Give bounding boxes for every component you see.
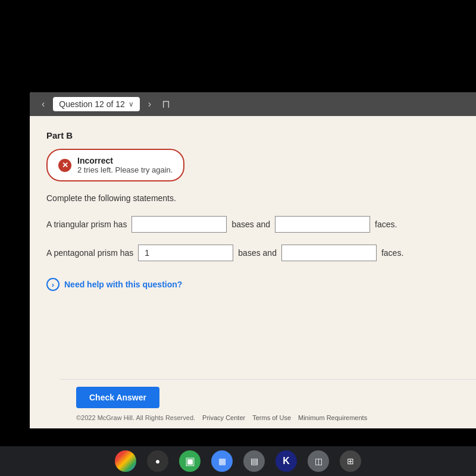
files-icon[interactable]: ▤: [243, 450, 265, 472]
back-arrow-button[interactable]: ‹: [38, 98, 48, 111]
k-app-icon[interactable]: K: [275, 450, 297, 472]
incorrect-banner: ✕ Incorrect 2 tries left. Please try aga…: [46, 149, 184, 181]
black-top-area: [0, 0, 476, 95]
help-row[interactable]: › Need help with this question?: [46, 278, 459, 291]
green-app-icon[interactable]: ▣: [179, 450, 201, 472]
statement-row-2: A pentagonal prism has bases and faces.: [46, 245, 459, 261]
triangular-faces-input[interactable]: [275, 216, 370, 233]
help-circle-icon: ›: [46, 278, 60, 291]
footer-links: ©2022 McGraw Hill. All Rights Reserved. …: [76, 414, 459, 421]
statement1-suffix: faces.: [375, 220, 397, 229]
screen: ‹ Question 12 of 12 ∨ › ⊓ Part B ✕ Incor…: [0, 0, 476, 476]
statement2-suffix: faces.: [381, 248, 403, 258]
main-content-area: ‹ Question 12 of 12 ∨ › ⊓ Part B ✕ Incor…: [30, 92, 476, 428]
statement1-mid: bases and: [231, 220, 270, 229]
forward-arrow-button[interactable]: ›: [145, 98, 155, 111]
copyright-text: ©2022 McGraw Hill. All Rights Reserved.: [76, 414, 195, 421]
question-label: Question 12 of 12: [59, 99, 125, 109]
pentagonal-faces-input[interactable]: [281, 245, 377, 261]
content-body: Part B ✕ Incorrect 2 tries left. Please …: [30, 116, 476, 305]
taskbar: ● ▣ ▦ ▤ K ◫ ⊞: [0, 446, 476, 476]
blue-app-icon[interactable]: ▦: [211, 450, 233, 472]
incorrect-subtitle: 2 tries left. Please try again.: [77, 165, 173, 174]
minimum-requirements-link[interactable]: Minimum Requirements: [298, 414, 367, 421]
statement2-prefix: A pentagonal prism has: [46, 248, 133, 258]
chrome-icon[interactable]: [115, 450, 136, 472]
statement2-mid: bases and: [238, 248, 277, 258]
nav-bar: ‹ Question 12 of 12 ∨ › ⊓: [30, 92, 476, 116]
calc-icon[interactable]: ◫: [308, 450, 329, 472]
bookmark-icon[interactable]: ⊓: [162, 98, 170, 111]
incorrect-title: Incorrect: [77, 156, 173, 165]
statement-row-1: A triangular prism has bases and faces.: [46, 216, 459, 233]
incorrect-icon: ✕: [58, 159, 71, 172]
part-label: Part B: [46, 130, 459, 140]
screen2-icon[interactable]: ⊞: [340, 450, 361, 472]
question-selector[interactable]: Question 12 of 12 ∨: [53, 97, 140, 111]
privacy-center-link[interactable]: Privacy Center: [202, 414, 245, 421]
triangular-bases-input[interactable]: [131, 216, 227, 233]
dark-app-icon[interactable]: ●: [147, 450, 168, 472]
pentagonal-bases-input[interactable]: [138, 245, 233, 261]
instruction-text: Complete the following statements.: [46, 193, 459, 203]
footer-bar: Check Answer ©2022 McGraw Hill. All Righ…: [60, 379, 476, 428]
chevron-down-icon: ∨: [129, 100, 134, 108]
help-link-label: Need help with this question?: [64, 280, 182, 289]
statement1-prefix: A triangular prism has: [46, 220, 127, 229]
terms-of-use-link[interactable]: Terms of Use: [252, 414, 291, 421]
incorrect-text: Incorrect 2 tries left. Please try again…: [77, 156, 173, 174]
check-answer-button[interactable]: Check Answer: [76, 387, 159, 408]
